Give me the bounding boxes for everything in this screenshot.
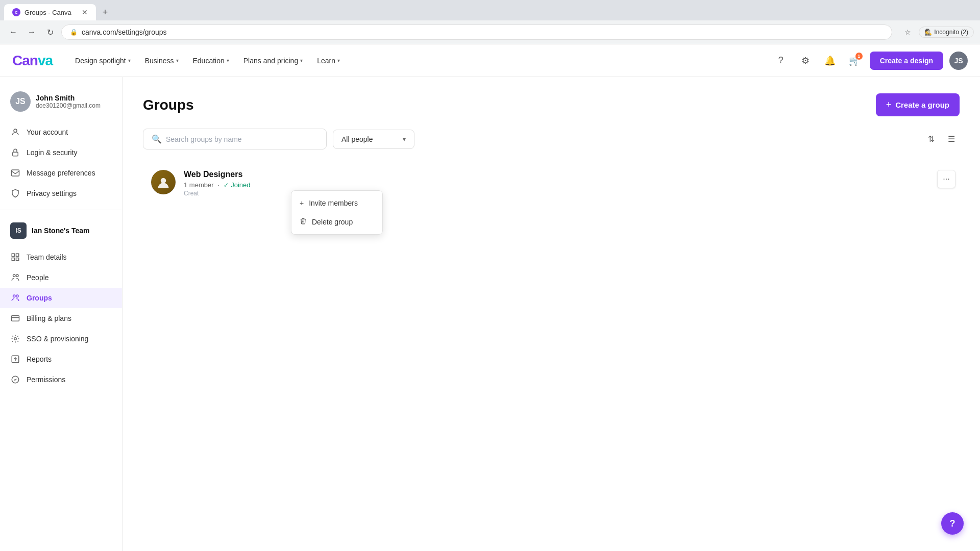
member-count: 1 member	[184, 181, 214, 189]
svg-rect-2	[12, 170, 19, 176]
create-group-button[interactable]: + Create a group	[876, 93, 960, 116]
chevron-down-icon: ▾	[300, 58, 303, 63]
create-design-button[interactable]: Create a design	[870, 52, 943, 70]
profile-info: John Smith doe301200@gmail.com	[36, 94, 101, 109]
sidebar-item-login-security[interactable]: Login & security	[0, 142, 122, 163]
sidebar-item-groups[interactable]: Groups	[0, 288, 122, 308]
sidebar-item-label: Privacy settings	[27, 189, 77, 197]
tab-favicon: C	[12, 8, 20, 16]
invite-members-label: Invite members	[309, 199, 358, 207]
address-bar[interactable]: 🔒 canva.com/settings/groups	[61, 24, 892, 40]
browser-chrome: C Groups - Canva ✕ + ← → ↻ 🔒 canva.com/s…	[0, 0, 980, 44]
page-header: Groups + Create a group	[143, 93, 960, 116]
grid-icon	[10, 252, 20, 262]
search-input[interactable]	[166, 135, 318, 143]
help-button[interactable]: ?	[772, 52, 790, 70]
sidebar-item-label: Permissions	[27, 375, 65, 384]
view-toggle-button[interactable]: ☰	[943, 131, 960, 147]
app-header: Canva Design spotlight ▾ Business ▾ Educ…	[0, 44, 980, 77]
bookmark-button[interactable]: ☆	[900, 25, 915, 39]
delete-group-item[interactable]: Delete group	[291, 212, 382, 231]
canva-logo[interactable]: Canva	[12, 53, 53, 69]
floating-help-button[interactable]: ?	[941, 512, 964, 535]
team-icon: IS	[10, 222, 27, 239]
sidebar-item-people[interactable]: People	[0, 267, 122, 288]
search-icon: 🔍	[152, 134, 162, 144]
sidebar-item-permissions[interactable]: Permissions	[0, 369, 122, 390]
message-icon	[10, 168, 20, 178]
user-name: John Smith	[36, 94, 101, 102]
nav-learn[interactable]: Learn ▾	[311, 53, 346, 69]
permissions-icon	[10, 374, 20, 385]
svg-point-9	[13, 295, 16, 297]
plus-icon: +	[886, 99, 892, 110]
notifications-button[interactable]: 🔔	[821, 52, 839, 70]
sidebar-item-privacy-settings[interactable]: Privacy settings	[0, 183, 122, 204]
sidebar: JS John Smith doe301200@gmail.com Your a…	[0, 77, 122, 551]
group-created: Creat	[184, 190, 250, 197]
svg-rect-11	[12, 316, 19, 321]
chevron-down-icon: ▾	[128, 58, 131, 63]
active-tab[interactable]: C Groups - Canva ✕	[4, 4, 96, 20]
joined-badge: ✓ Joined	[224, 181, 250, 189]
forward-button[interactable]: →	[24, 25, 39, 39]
delete-group-label: Delete group	[312, 218, 353, 226]
svg-rect-3	[12, 254, 14, 256]
nav-business[interactable]: Business ▾	[139, 53, 185, 69]
team-name: Ian Stone's Team	[32, 227, 90, 235]
team-header: IS Ian Stone's Team	[10, 222, 112, 239]
billing-icon	[10, 313, 20, 323]
user-avatar[interactable]: JS	[949, 52, 968, 70]
sidebar-item-label: Billing & plans	[27, 314, 71, 322]
svg-rect-5	[12, 258, 14, 261]
lock-icon: 🔒	[70, 29, 78, 36]
people-icon	[10, 272, 20, 283]
tab-close-button[interactable]: ✕	[82, 8, 88, 16]
sidebar-item-label: Team details	[27, 253, 67, 261]
svg-rect-6	[16, 258, 19, 261]
svg-point-17	[161, 178, 166, 184]
more-options-button[interactable]: ···	[937, 170, 955, 188]
page-title: Groups	[143, 97, 194, 113]
search-box: 🔍	[143, 129, 327, 149]
sidebar-item-label: Reports	[27, 355, 52, 363]
sidebar-item-message-preferences[interactable]: Message preferences	[0, 163, 122, 183]
group-card: Web Designers 1 member · ✓ Joined Creat …	[143, 162, 960, 205]
cart-button[interactable]: 🛒 1	[845, 52, 864, 70]
sso-icon	[10, 334, 20, 344]
back-button[interactable]: ←	[6, 25, 20, 39]
lock-icon	[10, 147, 20, 158]
profile-avatar: JS	[10, 91, 31, 112]
invite-members-item[interactable]: + Invite members	[291, 194, 382, 212]
main-nav: Design spotlight ▾ Business ▾ Education …	[69, 53, 772, 69]
privacy-icon	[10, 188, 20, 198]
svg-rect-4	[16, 254, 19, 256]
sidebar-item-your-account[interactable]: Your account	[0, 122, 122, 142]
new-tab-button[interactable]: +	[98, 5, 112, 19]
sidebar-item-label: SSO & provisioning	[27, 335, 88, 343]
chevron-down-icon: ▾	[403, 136, 406, 143]
browser-actions: ☆ 🕵 Incognito (2)	[900, 25, 974, 39]
settings-button[interactable]: ⚙	[796, 52, 815, 70]
sidebar-item-reports[interactable]: Reports	[0, 349, 122, 369]
toolbar-actions: ⇅ ☰	[923, 131, 960, 147]
filter-dropdown[interactable]: All people ▾	[333, 130, 414, 149]
create-group-label: Create a group	[895, 101, 949, 109]
reports-icon	[10, 354, 20, 364]
sidebar-item-label: Your account	[27, 128, 68, 136]
refresh-button[interactable]: ↻	[43, 25, 57, 39]
group-name: Web Designers	[184, 170, 250, 179]
joined-label: Joined	[231, 181, 250, 189]
sidebar-divider	[0, 210, 122, 210]
sidebar-item-sso-provisioning[interactable]: SSO & provisioning	[0, 329, 122, 349]
svg-point-7	[13, 274, 16, 277]
sidebar-item-label: Message preferences	[27, 169, 95, 177]
group-dropdown-menu: + Invite members Delete group	[291, 190, 383, 235]
sort-button[interactable]: ⇅	[923, 131, 939, 147]
nav-design-spotlight[interactable]: Design spotlight ▾	[69, 53, 137, 69]
sidebar-item-billing-plans[interactable]: Billing & plans	[0, 308, 122, 329]
sidebar-item-team-details[interactable]: Team details	[0, 247, 122, 267]
nav-plans-pricing[interactable]: Plans and pricing ▾	[237, 53, 309, 69]
user-email: doe301200@gmail.com	[36, 102, 101, 109]
nav-education[interactable]: Education ▾	[187, 53, 235, 69]
